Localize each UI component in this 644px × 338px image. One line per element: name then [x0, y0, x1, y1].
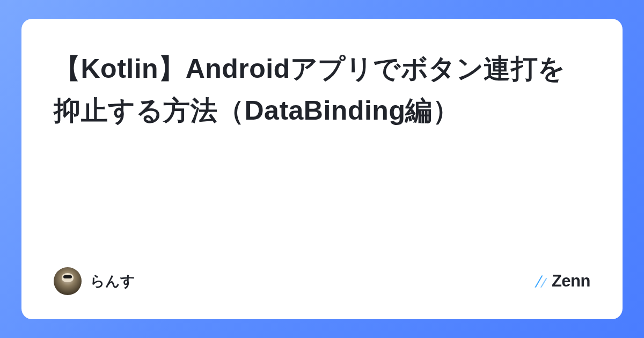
author-block: らんす [54, 267, 135, 295]
article-title: 【Kotlin】Androidアプリでボタン連打を抑止する方法（DataBind… [54, 48, 590, 131]
author-name: らんす [90, 271, 135, 291]
card-footer: らんす Zenn [54, 267, 590, 295]
brand-name: Zenn [552, 271, 590, 291]
brand-logo: Zenn [533, 271, 590, 291]
author-avatar [54, 267, 82, 295]
article-card: 【Kotlin】Androidアプリでボタン連打を抑止する方法（DataBind… [21, 19, 623, 319]
zenn-icon [533, 274, 548, 289]
